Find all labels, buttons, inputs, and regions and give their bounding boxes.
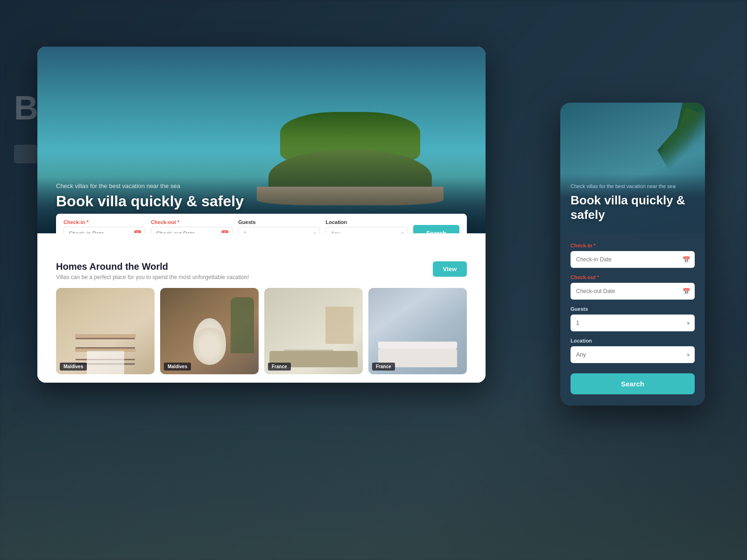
bg-input-hint xyxy=(14,145,37,163)
checkout-input-wrapper: 📅 xyxy=(151,227,233,233)
location-select[interactable]: Any Maldives France Bali Trance xyxy=(325,227,407,233)
lower-section: Homes Around the World Villas can be a p… xyxy=(37,233,486,383)
section-subtitle: Villas can be a perfect place for you to… xyxy=(56,274,249,280)
mobile-guests-label: Guests xyxy=(571,306,695,312)
villa-label-3: France xyxy=(268,363,291,371)
search-bar: Check-in * 📅 Check-out * 📅 Guests xyxy=(56,214,467,233)
checkout-field: Check-out * 📅 xyxy=(151,219,233,233)
villa-label-4: France xyxy=(372,363,395,371)
guests-field: Guests 1 2 3 4 5+ xyxy=(238,219,320,233)
mobile-hero: Check villas for the best vacation near … xyxy=(560,103,705,233)
hero-subtitle: Check villas for the best vacation near … xyxy=(56,182,244,189)
mobile-checkout-label: Check-out * xyxy=(571,274,695,280)
checkout-label: Check-out * xyxy=(151,219,233,225)
desktop-card: Check villas for the best vacation near … xyxy=(37,47,486,383)
villa-image-2 xyxy=(160,288,259,374)
mobile-checkin-field: Check-in * 📅 xyxy=(571,243,695,268)
mobile-card: Check villas for the best vacation near … xyxy=(560,103,705,406)
mobile-hero-content: Check villas for the best vacation near … xyxy=(560,174,705,233)
villa-image-1 xyxy=(56,288,155,374)
villa-card-4[interactable]: France xyxy=(368,288,467,374)
villa-card-2[interactable]: Maldives xyxy=(160,288,259,374)
mobile-form: Check-in * 📅 Check-out * 📅 Guests 1 2 xyxy=(560,233,705,406)
location-field: Location Any Maldives France Bali Trance xyxy=(325,219,407,233)
mobile-location-field: Location Any Maldives France Bali Trance… xyxy=(571,338,695,363)
mobile-hero-title: Book villa quickly & safely xyxy=(571,193,695,222)
mobile-guests-wrapper: 1 2 3 4 5+ ▾ xyxy=(571,315,695,331)
hero-title: Book villa quickly & safely xyxy=(56,192,244,210)
section-header: Homes Around the World Villas can be a p… xyxy=(56,261,467,280)
location-select-wrapper: Any Maldives France Bali Trance xyxy=(325,227,407,233)
checkin-input[interactable] xyxy=(63,227,145,233)
view-button[interactable]: View xyxy=(433,261,467,277)
mobile-search-button[interactable]: Search xyxy=(571,373,695,394)
hero-content: Check villas for the best vacation near … xyxy=(56,182,244,210)
mobile-checkout-wrapper: 📅 xyxy=(571,283,695,300)
villa-card-1[interactable]: Maldives xyxy=(56,288,155,374)
villa-card-3[interactable]: France xyxy=(264,288,363,374)
location-label: Location xyxy=(325,219,407,225)
guests-label: Guests xyxy=(238,219,320,225)
villa-image-3 xyxy=(264,288,363,374)
hero-section: Check villas for the best vacation near … xyxy=(37,47,486,233)
checkin-field: Check-in * 📅 xyxy=(63,219,145,233)
mobile-location-wrapper: Any Maldives France Bali Trance ▾ xyxy=(571,346,695,363)
checkin-input-wrapper: 📅 xyxy=(63,227,145,233)
villa-label-1: Maldives xyxy=(60,363,87,371)
mobile-checkin-input[interactable] xyxy=(571,251,695,268)
mobile-hero-subtitle: Check villas for the best vacation near … xyxy=(571,183,695,190)
mobile-location-select[interactable]: Any Maldives France Bali Trance xyxy=(571,346,695,363)
mobile-checkout-input[interactable] xyxy=(571,283,695,300)
mobile-checkout-field: Check-out * 📅 xyxy=(571,274,695,300)
section-title: Homes Around the World xyxy=(56,261,249,272)
mobile-guests-select[interactable]: 1 2 3 4 5+ xyxy=(571,315,695,331)
mobile-checkin-label: Check-in * xyxy=(571,243,695,248)
section-info: Homes Around the World Villas can be a p… xyxy=(56,261,249,280)
checkin-label: Check-in * xyxy=(63,219,145,225)
guests-select-wrapper: 1 2 3 4 5+ xyxy=(238,227,320,233)
mobile-location-label: Location xyxy=(571,338,695,343)
checkout-input[interactable] xyxy=(151,227,233,233)
villa-grid: Maldives Maldives France xyxy=(56,288,467,374)
guests-select[interactable]: 1 2 3 4 5+ xyxy=(238,227,320,233)
mobile-guests-field: Guests 1 2 3 4 5+ ▾ xyxy=(571,306,695,331)
mobile-checkin-wrapper: 📅 xyxy=(571,251,695,268)
villa-image-4 xyxy=(368,288,467,374)
search-button[interactable]: Search xyxy=(413,225,459,233)
villa-label-2: Maldives xyxy=(164,363,191,371)
